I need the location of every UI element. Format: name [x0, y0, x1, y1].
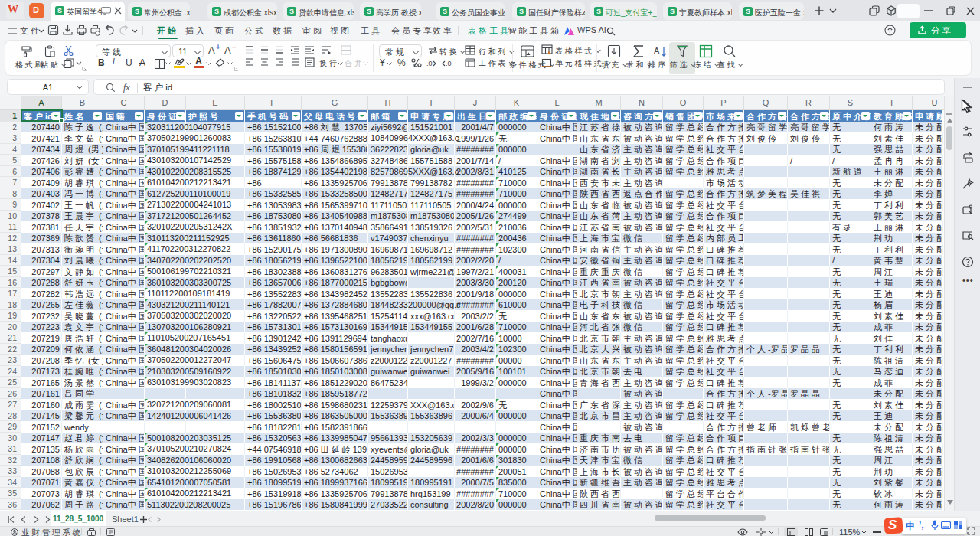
svg-text:.0: .0	[446, 60, 452, 67]
svg-text:A: A	[654, 46, 660, 55]
svg-text:.0: .0	[426, 60, 433, 67]
